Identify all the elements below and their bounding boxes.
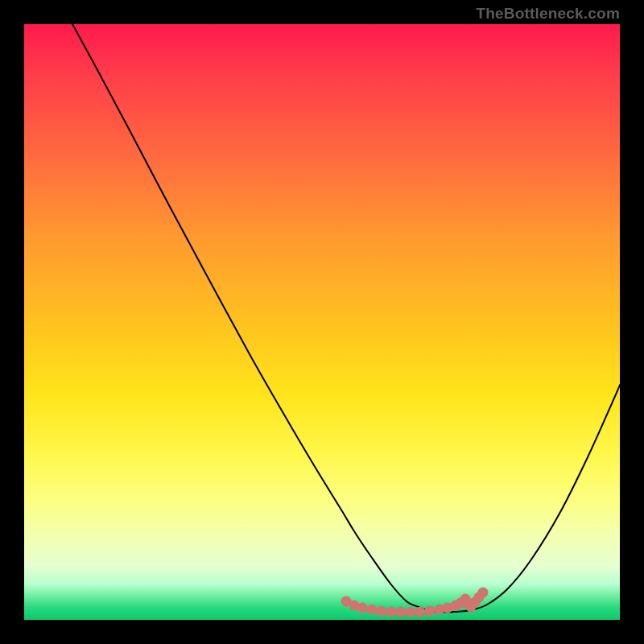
- trough-dot: [396, 607, 407, 617]
- trough-dot: [386, 607, 397, 617]
- trough-dot: [425, 606, 436, 617]
- trough-dot: [406, 607, 416, 617]
- chart-frame: TheBottleneck.com: [0, 0, 644, 644]
- trough-dot: [357, 603, 368, 613]
- trough-dot: [478, 588, 489, 598]
- bottleneck-curve: [72, 24, 620, 612]
- watermark-text: TheBottleneck.com: [476, 5, 620, 23]
- trough-dot: [377, 606, 387, 617]
- curve-svg: [24, 24, 620, 620]
- trough-dot: [367, 605, 378, 615]
- plot-area: [24, 24, 620, 620]
- trough-dot: [415, 607, 426, 617]
- trough-marker: [341, 588, 489, 617]
